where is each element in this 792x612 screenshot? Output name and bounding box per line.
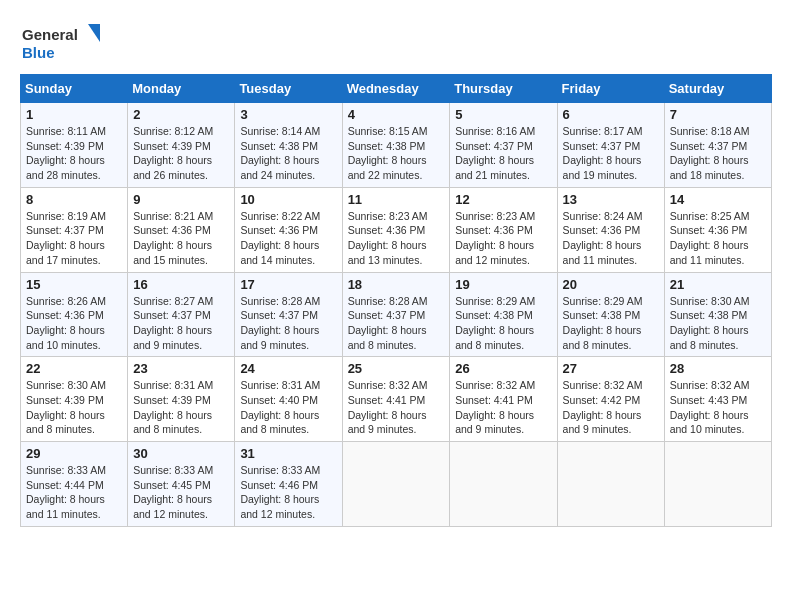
logo-svg: General Blue	[20, 20, 100, 64]
day-number: 20	[563, 277, 659, 292]
calendar-cell: 5Sunrise: 8:16 AMSunset: 4:37 PMDaylight…	[450, 103, 557, 188]
day-number: 27	[563, 361, 659, 376]
day-info: Sunrise: 8:16 AMSunset: 4:37 PMDaylight:…	[455, 124, 551, 183]
day-info: Sunrise: 8:33 AMSunset: 4:44 PMDaylight:…	[26, 463, 122, 522]
day-info: Sunrise: 8:31 AMSunset: 4:39 PMDaylight:…	[133, 378, 229, 437]
calendar-cell: 2Sunrise: 8:12 AMSunset: 4:39 PMDaylight…	[128, 103, 235, 188]
day-number: 4	[348, 107, 445, 122]
calendar-cell	[450, 442, 557, 527]
day-info: Sunrise: 8:28 AMSunset: 4:37 PMDaylight:…	[348, 294, 445, 353]
logo: General Blue	[20, 20, 100, 64]
day-number: 21	[670, 277, 766, 292]
day-number: 26	[455, 361, 551, 376]
day-info: Sunrise: 8:17 AMSunset: 4:37 PMDaylight:…	[563, 124, 659, 183]
calendar-cell: 1Sunrise: 8:11 AMSunset: 4:39 PMDaylight…	[21, 103, 128, 188]
calendar-cell: 15Sunrise: 8:26 AMSunset: 4:36 PMDayligh…	[21, 272, 128, 357]
calendar-cell: 3Sunrise: 8:14 AMSunset: 4:38 PMDaylight…	[235, 103, 342, 188]
svg-text:General: General	[22, 26, 78, 43]
day-info: Sunrise: 8:24 AMSunset: 4:36 PMDaylight:…	[563, 209, 659, 268]
day-info: Sunrise: 8:11 AMSunset: 4:39 PMDaylight:…	[26, 124, 122, 183]
calendar-week-1: 1Sunrise: 8:11 AMSunset: 4:39 PMDaylight…	[21, 103, 772, 188]
calendar-cell: 8Sunrise: 8:19 AMSunset: 4:37 PMDaylight…	[21, 187, 128, 272]
day-number: 25	[348, 361, 445, 376]
calendar-table: SundayMondayTuesdayWednesdayThursdayFrid…	[20, 74, 772, 527]
calendar-cell: 27Sunrise: 8:32 AMSunset: 4:42 PMDayligh…	[557, 357, 664, 442]
day-info: Sunrise: 8:25 AMSunset: 4:36 PMDaylight:…	[670, 209, 766, 268]
calendar-week-2: 8Sunrise: 8:19 AMSunset: 4:37 PMDaylight…	[21, 187, 772, 272]
day-info: Sunrise: 8:32 AMSunset: 4:42 PMDaylight:…	[563, 378, 659, 437]
weekday-header-saturday: Saturday	[664, 75, 771, 103]
day-info: Sunrise: 8:14 AMSunset: 4:38 PMDaylight:…	[240, 124, 336, 183]
day-number: 12	[455, 192, 551, 207]
calendar-week-3: 15Sunrise: 8:26 AMSunset: 4:36 PMDayligh…	[21, 272, 772, 357]
day-number: 3	[240, 107, 336, 122]
day-info: Sunrise: 8:12 AMSunset: 4:39 PMDaylight:…	[133, 124, 229, 183]
day-number: 6	[563, 107, 659, 122]
day-info: Sunrise: 8:22 AMSunset: 4:36 PMDaylight:…	[240, 209, 336, 268]
day-info: Sunrise: 8:15 AMSunset: 4:38 PMDaylight:…	[348, 124, 445, 183]
day-info: Sunrise: 8:30 AMSunset: 4:38 PMDaylight:…	[670, 294, 766, 353]
calendar-cell	[664, 442, 771, 527]
calendar-cell: 30Sunrise: 8:33 AMSunset: 4:45 PMDayligh…	[128, 442, 235, 527]
day-info: Sunrise: 8:32 AMSunset: 4:43 PMDaylight:…	[670, 378, 766, 437]
calendar-header: SundayMondayTuesdayWednesdayThursdayFrid…	[21, 75, 772, 103]
day-info: Sunrise: 8:19 AMSunset: 4:37 PMDaylight:…	[26, 209, 122, 268]
weekday-header-sunday: Sunday	[21, 75, 128, 103]
day-number: 5	[455, 107, 551, 122]
calendar-cell: 17Sunrise: 8:28 AMSunset: 4:37 PMDayligh…	[235, 272, 342, 357]
calendar-cell: 14Sunrise: 8:25 AMSunset: 4:36 PMDayligh…	[664, 187, 771, 272]
day-number: 31	[240, 446, 336, 461]
day-number: 1	[26, 107, 122, 122]
day-number: 24	[240, 361, 336, 376]
day-number: 10	[240, 192, 336, 207]
day-info: Sunrise: 8:33 AMSunset: 4:46 PMDaylight:…	[240, 463, 336, 522]
calendar-cell: 18Sunrise: 8:28 AMSunset: 4:37 PMDayligh…	[342, 272, 450, 357]
calendar-cell: 24Sunrise: 8:31 AMSunset: 4:40 PMDayligh…	[235, 357, 342, 442]
page-header: General Blue	[20, 20, 772, 64]
day-number: 22	[26, 361, 122, 376]
day-number: 9	[133, 192, 229, 207]
day-info: Sunrise: 8:32 AMSunset: 4:41 PMDaylight:…	[348, 378, 445, 437]
calendar-cell: 23Sunrise: 8:31 AMSunset: 4:39 PMDayligh…	[128, 357, 235, 442]
svg-marker-2	[88, 24, 100, 42]
calendar-cell	[342, 442, 450, 527]
day-number: 30	[133, 446, 229, 461]
day-info: Sunrise: 8:30 AMSunset: 4:39 PMDaylight:…	[26, 378, 122, 437]
calendar-cell: 7Sunrise: 8:18 AMSunset: 4:37 PMDaylight…	[664, 103, 771, 188]
day-info: Sunrise: 8:33 AMSunset: 4:45 PMDaylight:…	[133, 463, 229, 522]
calendar-cell: 21Sunrise: 8:30 AMSunset: 4:38 PMDayligh…	[664, 272, 771, 357]
day-info: Sunrise: 8:23 AMSunset: 4:36 PMDaylight:…	[455, 209, 551, 268]
svg-text:Blue: Blue	[22, 44, 55, 61]
day-info: Sunrise: 8:27 AMSunset: 4:37 PMDaylight:…	[133, 294, 229, 353]
calendar-cell: 10Sunrise: 8:22 AMSunset: 4:36 PMDayligh…	[235, 187, 342, 272]
calendar-cell: 11Sunrise: 8:23 AMSunset: 4:36 PMDayligh…	[342, 187, 450, 272]
calendar-cell: 9Sunrise: 8:21 AMSunset: 4:36 PMDaylight…	[128, 187, 235, 272]
day-number: 8	[26, 192, 122, 207]
day-number: 18	[348, 277, 445, 292]
calendar-cell: 16Sunrise: 8:27 AMSunset: 4:37 PMDayligh…	[128, 272, 235, 357]
day-info: Sunrise: 8:21 AMSunset: 4:36 PMDaylight:…	[133, 209, 229, 268]
calendar-cell	[557, 442, 664, 527]
calendar-cell: 31Sunrise: 8:33 AMSunset: 4:46 PMDayligh…	[235, 442, 342, 527]
calendar-cell: 29Sunrise: 8:33 AMSunset: 4:44 PMDayligh…	[21, 442, 128, 527]
day-info: Sunrise: 8:23 AMSunset: 4:36 PMDaylight:…	[348, 209, 445, 268]
weekday-header-wednesday: Wednesday	[342, 75, 450, 103]
calendar-cell: 25Sunrise: 8:32 AMSunset: 4:41 PMDayligh…	[342, 357, 450, 442]
weekday-header-monday: Monday	[128, 75, 235, 103]
weekday-header-tuesday: Tuesday	[235, 75, 342, 103]
calendar-cell: 4Sunrise: 8:15 AMSunset: 4:38 PMDaylight…	[342, 103, 450, 188]
day-info: Sunrise: 8:18 AMSunset: 4:37 PMDaylight:…	[670, 124, 766, 183]
calendar-cell: 12Sunrise: 8:23 AMSunset: 4:36 PMDayligh…	[450, 187, 557, 272]
day-number: 13	[563, 192, 659, 207]
day-number: 11	[348, 192, 445, 207]
calendar-cell: 22Sunrise: 8:30 AMSunset: 4:39 PMDayligh…	[21, 357, 128, 442]
day-number: 17	[240, 277, 336, 292]
day-number: 19	[455, 277, 551, 292]
weekday-header-thursday: Thursday	[450, 75, 557, 103]
day-number: 28	[670, 361, 766, 376]
calendar-cell: 13Sunrise: 8:24 AMSunset: 4:36 PMDayligh…	[557, 187, 664, 272]
calendar-cell: 28Sunrise: 8:32 AMSunset: 4:43 PMDayligh…	[664, 357, 771, 442]
day-info: Sunrise: 8:28 AMSunset: 4:37 PMDaylight:…	[240, 294, 336, 353]
day-number: 16	[133, 277, 229, 292]
day-info: Sunrise: 8:26 AMSunset: 4:36 PMDaylight:…	[26, 294, 122, 353]
